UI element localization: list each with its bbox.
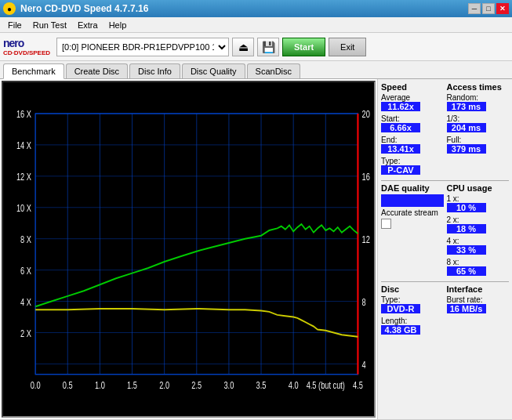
svg-text:8: 8 — [362, 297, 366, 307]
svg-text:20: 20 — [362, 109, 370, 119]
svg-text:3.0: 3.0 — [223, 380, 234, 390]
type-value: P-CAV — [381, 165, 420, 175]
svg-text:4.5 (but cut): 4.5 (but cut) — [307, 380, 345, 390]
burst-rate-value: 16 MB/s — [447, 304, 486, 313]
drive-select[interactable]: [0:0] PIONEER BDR-PR1EPDVPP100 1.01 — [56, 38, 229, 56]
svg-text:3.5: 3.5 — [256, 380, 267, 390]
svg-text:14 X: 14 X — [16, 140, 31, 150]
end-label: End: — [381, 136, 444, 144]
nero-logo-text: nero — [3, 37, 50, 49]
cpu4x-label: 4 x: — [447, 237, 510, 245]
minimize-button[interactable]: ─ — [468, 3, 481, 14]
cpu-section-title: CPU usage — [447, 183, 510, 193]
nero-logo-subtitle: CD·DVD/SPEED — [3, 49, 50, 56]
svg-text:6 X: 6 X — [20, 266, 31, 276]
accurate-stream-checkbox[interactable] — [381, 219, 391, 229]
tab-create-disc[interactable]: Create Disc — [66, 63, 128, 78]
svg-text:0.5: 0.5 — [63, 380, 73, 390]
cpu1x-label: 1 x: — [447, 194, 510, 203]
svg-text:4.0: 4.0 — [289, 380, 299, 390]
svg-text:16 X: 16 X — [16, 109, 31, 119]
end-value: 13.41x — [381, 144, 420, 154]
menu-bar: File Run Test Extra Help — [0, 17, 512, 33]
svg-text:8 X: 8 X — [20, 234, 31, 244]
svg-text:4: 4 — [362, 360, 366, 370]
tab-bar: Benchmark Create Disc Disc Info Disc Qua… — [0, 61, 512, 79]
svg-text:2.0: 2.0 — [159, 380, 169, 390]
tab-disc-quality[interactable]: Disc Quality — [182, 63, 245, 78]
type-label: Type: — [381, 157, 444, 165]
svg-text:12: 12 — [362, 234, 370, 244]
svg-text:12 X: 12 X — [16, 172, 31, 182]
save-button[interactable]: 💾 — [257, 38, 279, 56]
tab-scan-disc[interactable]: ScanDisc — [247, 63, 300, 78]
burst-rate-label: Burst rate: — [447, 295, 510, 304]
one-third-value: 204 ms — [447, 123, 486, 132]
cpu2x-value: 18 % — [447, 224, 486, 234]
cpu1x-value: 10 % — [447, 203, 486, 212]
app-icon: ● — [3, 2, 16, 15]
tab-benchmark[interactable]: Benchmark — [3, 63, 64, 79]
eject-button[interactable]: ⏏ — [232, 38, 254, 56]
title-bar: ● Nero CD-DVD Speed 4.7.7.16 ─ □ ✕ — [0, 0, 512, 17]
avg-value: 11.62x — [381, 102, 420, 111]
close-button[interactable]: ✕ — [496, 3, 509, 14]
right-panel: Speed Average 11.62x Start: 6.66x End: 1… — [377, 79, 512, 419]
benchmark-chart: 16 X 14 X 12 X 10 X 8 X 6 X 4 X 2 X 20 1… — [3, 82, 374, 416]
exit-button[interactable]: Exit — [329, 38, 366, 56]
nero-logo: nero CD·DVD/SPEED — [3, 37, 50, 56]
speed-section-title: Speed — [381, 82, 444, 92]
svg-text:4.5: 4.5 — [353, 380, 363, 390]
menu-help[interactable]: Help — [104, 20, 132, 31]
cpu8x-label: 8 x: — [447, 258, 510, 266]
one-third-label: 1/3: — [447, 114, 510, 123]
svg-text:2 X: 2 X — [20, 328, 31, 339]
menu-run-test[interactable]: Run Test — [28, 20, 71, 31]
svg-text:1.0: 1.0 — [95, 380, 105, 390]
length-label: Length: — [381, 317, 444, 325]
svg-text:16: 16 — [362, 172, 370, 182]
dae-quality-label: DAE quality — [381, 183, 444, 193]
svg-text:10 X: 10 X — [16, 203, 31, 213]
disc-type-label: Type: — [381, 295, 444, 304]
length-value: 4.38 GB — [381, 325, 420, 335]
disc-type-value: DVD-R — [381, 304, 420, 313]
disc-section-title: Disc — [381, 284, 444, 294]
start-label: Start: — [381, 114, 444, 123]
cpu8x-value: 65 % — [447, 266, 486, 276]
tab-disc-info[interactable]: Disc Info — [129, 63, 180, 78]
interface-section-title: Interface — [447, 284, 510, 294]
app-title: Nero CD-DVD Speed 4.7.7.16 — [20, 3, 148, 14]
svg-text:2.5: 2.5 — [191, 380, 202, 390]
accurate-stream-label: Accurate stream — [381, 208, 444, 217]
dae-quality-bar — [381, 194, 444, 207]
svg-rect-0 — [3, 82, 374, 416]
access-section-title: Access times — [447, 82, 510, 92]
full-value: 379 ms — [447, 144, 486, 154]
avg-label: Average — [381, 93, 444, 102]
cpu2x-label: 2 x: — [447, 215, 510, 224]
cpu4x-value: 33 % — [447, 245, 486, 255]
menu-file[interactable]: File — [3, 20, 27, 31]
main-content: 16 X 14 X 12 X 10 X 8 X 6 X 4 X 2 X 20 1… — [0, 79, 512, 419]
maximize-button[interactable]: □ — [482, 3, 495, 14]
start-button[interactable]: Start — [282, 38, 325, 56]
random-label: Random: — [447, 93, 510, 102]
start-value: 6.66x — [381, 123, 420, 132]
svg-text:1.5: 1.5 — [127, 380, 137, 390]
chart-area: 16 X 14 X 12 X 10 X 8 X 6 X 4 X 2 X 20 1… — [2, 81, 376, 418]
svg-text:4 X: 4 X — [20, 297, 31, 307]
random-value: 173 ms — [447, 102, 486, 111]
toolbar: nero CD·DVD/SPEED [0:0] PIONEER BDR-PR1E… — [0, 33, 512, 61]
full-label: Full: — [447, 136, 510, 144]
menu-extra[interactable]: Extra — [73, 20, 103, 31]
svg-text:0.0: 0.0 — [31, 380, 41, 390]
